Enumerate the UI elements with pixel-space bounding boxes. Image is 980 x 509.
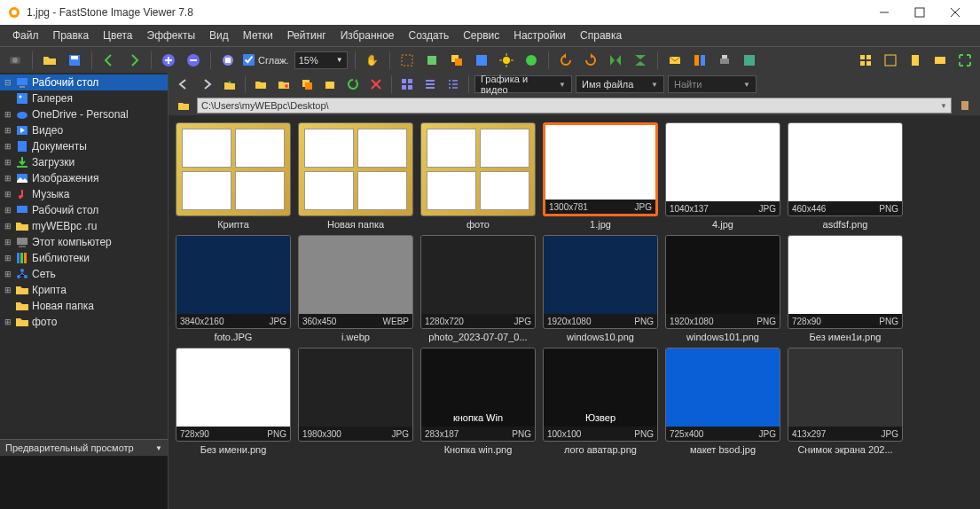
sort-dropdown[interactable]: Имя файла▼ (576, 75, 664, 93)
nav-back-icon[interactable] (174, 74, 193, 94)
tree-expand-icon[interactable]: ⊞ (4, 286, 12, 294)
tree-item[interactable]: ⊞myWEBpc .ru (0, 218, 168, 234)
fav-folder-icon[interactable] (274, 74, 294, 94)
tree-expand-icon[interactable]: ⊞ (4, 317, 12, 326)
tree-item[interactable]: Галерея (0, 90, 168, 106)
crop-icon[interactable] (422, 51, 442, 70)
menu-файл[interactable]: Файл (5, 27, 46, 44)
smooth-checkbox[interactable]: Сглаж. (243, 54, 289, 66)
menu-справка[interactable]: Справка (573, 27, 629, 44)
fit-icon[interactable] (218, 51, 238, 70)
search-input[interactable]: Найти▼ (668, 75, 757, 93)
tree-expand-icon[interactable]: ⊞ (4, 142, 12, 151)
file-thumbnail[interactable]: 1040x137JPG4.jpg (665, 122, 780, 230)
tree-item[interactable]: ⊟Рабочий стол (0, 74, 168, 90)
back-icon[interactable] (99, 51, 119, 70)
file-thumbnail[interactable]: 460x446PNGasdfsf.png (788, 122, 903, 230)
tree-item[interactable]: ⊞OneDrive - Personal (0, 106, 168, 122)
up-folder-icon[interactable] (220, 74, 239, 94)
tree-expand-icon[interactable]: ⊞ (4, 190, 12, 199)
email-icon[interactable] (665, 51, 685, 70)
tree-item[interactable]: ⊞Сеть (0, 266, 168, 282)
tree-expand-icon[interactable]: ⊞ (4, 222, 12, 231)
file-thumbnail[interactable]: 1980x300JPG (298, 348, 413, 455)
nav-forward-icon[interactable] (197, 74, 216, 94)
folder-thumbnail[interactable]: Крипта (176, 122, 291, 230)
file-thumbnail[interactable]: 1920x1080PNGwindows101.png (665, 235, 780, 342)
view-portrait-icon[interactable] (906, 51, 925, 70)
file-thumbnail[interactable]: 728x90PNGБез имен1и.png (788, 235, 903, 342)
folder-thumbnail[interactable]: Новая папка (298, 122, 413, 230)
tree-item[interactable]: Новая папка (0, 298, 168, 314)
rotate-left-icon[interactable] (556, 51, 576, 70)
menu-создать[interactable]: Создать (402, 27, 457, 44)
tree-item[interactable]: ⊞Документы (0, 138, 168, 154)
file-thumbnail[interactable]: кнопка Win283x187PNGКнопка win.png (420, 348, 536, 455)
file-thumbnail[interactable]: 725x400JPGмакет bsod.jpg (665, 348, 780, 455)
print-icon[interactable] (715, 51, 734, 70)
view-dual-icon[interactable] (930, 51, 950, 70)
copy-icon[interactable] (297, 74, 317, 94)
open-folder-icon[interactable] (40, 51, 59, 70)
tree-item[interactable]: ⊞Изображения (0, 170, 168, 186)
tree-expand-icon[interactable]: ⊞ (4, 158, 12, 167)
filter-dropdown[interactable]: Графика и видео▼ (474, 75, 572, 93)
menu-сервис[interactable]: Сервис (456, 27, 506, 44)
tree-item[interactable]: ⊞Музыка (0, 186, 168, 202)
acquire-icon[interactable] (5, 51, 25, 70)
tree-expand-icon[interactable]: ⊞ (4, 254, 12, 262)
select-icon[interactable] (397, 51, 417, 70)
delete-icon[interactable] (366, 74, 386, 94)
tree-expand-icon[interactable]: ⊞ (4, 238, 12, 247)
resize-icon[interactable] (447, 51, 466, 70)
view-icons-icon[interactable] (397, 74, 417, 94)
file-thumbnail[interactable]: 1280x720JPGphoto_2023-07-07_0... (420, 235, 536, 342)
menu-метки[interactable]: Метки (236, 27, 280, 44)
menu-цвета[interactable]: Цвета (96, 27, 139, 44)
menu-избранное[interactable]: Избранное (333, 27, 402, 44)
preview-header[interactable]: Предварительный просмотр ▼ (0, 439, 168, 456)
canvas-icon[interactable] (472, 51, 491, 70)
hand-icon[interactable]: ✋ (363, 51, 382, 70)
fullscreen-icon[interactable] (955, 51, 975, 70)
file-thumbnail[interactable]: 3840x2160JPGfoto.JPG (176, 235, 291, 342)
close-button[interactable] (937, 0, 973, 25)
tree-expand-icon[interactable]: ⊞ (4, 110, 12, 119)
menu-эффекты[interactable]: Эффекты (140, 27, 203, 44)
menu-вид[interactable]: Вид (202, 27, 236, 44)
tree-item[interactable]: ⊞Крипта (0, 282, 168, 298)
flip-h-icon[interactable] (606, 51, 625, 70)
file-thumbnail[interactable]: Юзвер100x100PNGлого аватар.png (543, 348, 658, 455)
save-icon[interactable] (65, 51, 84, 70)
folder-thumbnail[interactable]: фото (420, 122, 536, 230)
move-icon[interactable] (320, 74, 340, 94)
new-folder-icon[interactable] (251, 74, 270, 94)
rotate-right-icon[interactable] (581, 51, 600, 70)
tree-item[interactable]: ⊞Библиотеки (0, 250, 168, 266)
flip-v-icon[interactable] (631, 51, 650, 70)
view-thumbs-icon[interactable] (856, 51, 875, 70)
path-input[interactable]: C:\Users\myWEBpc\Desktop\▼ (197, 98, 952, 114)
maximize-button[interactable] (902, 0, 937, 25)
menu-правка[interactable]: Правка (46, 27, 97, 44)
zoom-select[interactable]: 15%▼ (294, 51, 348, 69)
tree-expand-icon[interactable]: ⊟ (4, 78, 12, 87)
tree-item[interactable]: ⊞Этот компьютер (0, 234, 168, 250)
file-thumbnail[interactable]: 1300x781JPG1.jpg (543, 122, 658, 230)
tree-expand-icon[interactable]: ⊞ (4, 270, 12, 278)
clipboard-icon[interactable] (955, 96, 975, 115)
compare-icon[interactable] (690, 51, 710, 70)
tree-item[interactable]: ⊞Рабочий стол (0, 202, 168, 218)
forward-icon[interactable] (124, 51, 144, 70)
file-thumbnail[interactable]: 1920x1080PNGwindows10.png (543, 235, 658, 342)
tree-item[interactable]: ⊞Загрузки (0, 154, 168, 170)
menu-настройки[interactable]: Настройки (506, 27, 573, 44)
view-list-icon[interactable] (420, 74, 440, 94)
tree-expand-icon[interactable]: ⊞ (4, 126, 12, 135)
tree-expand-icon[interactable]: ⊞ (4, 206, 12, 215)
brightness-icon[interactable] (497, 51, 516, 70)
minimize-button[interactable] (866, 0, 902, 25)
zoom-out-icon[interactable] (184, 51, 203, 70)
tree-expand-icon[interactable]: ⊞ (4, 174, 12, 183)
view-detail-icon[interactable] (443, 74, 463, 94)
